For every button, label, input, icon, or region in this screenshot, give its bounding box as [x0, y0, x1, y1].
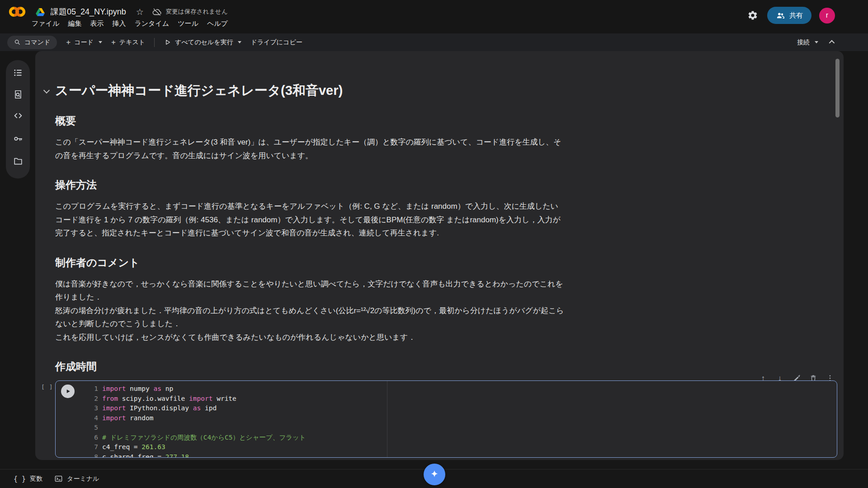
- spark-icon: [429, 469, 440, 480]
- menu-edit[interactable]: 編集: [68, 19, 81, 28]
- code-line: 3import IPython.display as ipd: [56, 404, 837, 413]
- add-code-label: コード: [74, 38, 94, 47]
- terminal-icon: [54, 474, 63, 483]
- file-title-row: 課題05_24_NY.ipynb ☆ 変更は保存されません: [8, 4, 228, 20]
- search-icon: [14, 39, 21, 46]
- colab-logo-icon[interactable]: [8, 6, 26, 18]
- toolbar-right: 接続: [797, 33, 833, 51]
- gear-icon: [747, 10, 758, 21]
- play-outline-icon: [164, 38, 171, 46]
- code-line: 2from scipy.io.wavfile import write: [56, 394, 837, 404]
- menu-insert[interactable]: 挿入: [112, 19, 126, 28]
- plus-icon: +: [111, 38, 116, 46]
- menu-view[interactable]: 表示: [90, 19, 104, 28]
- code-line: 5: [56, 423, 837, 433]
- toolbar-left: コマンド + コード + テキスト すべてのセルを実行 ドライブにコピー: [7, 33, 302, 51]
- connect-button[interactable]: 接続: [797, 38, 818, 47]
- notebook-toolbar: コマンド + コード + テキスト すべてのセルを実行 ドライブにコピー 接続: [0, 33, 868, 51]
- run-all-button[interactable]: すべてのセルを実行: [164, 38, 241, 47]
- header-actions: 共有 r: [746, 7, 835, 24]
- menu-help[interactable]: ヘルプ: [207, 19, 228, 28]
- google-drive-icon: [35, 7, 45, 17]
- heading-creation-time: 作成時間: [55, 360, 571, 373]
- chevron-down-icon: [815, 41, 818, 43]
- add-text-label: テキスト: [119, 38, 145, 47]
- code-line: 4import random: [56, 413, 837, 423]
- add-code-button[interactable]: + コード: [66, 38, 102, 47]
- avatar-letter: r: [826, 11, 828, 19]
- chevron-down-icon: [238, 41, 241, 43]
- chevron-down-icon: [99, 41, 102, 43]
- paragraph-author-comment: 僕は音楽が好きなので，せっかくなら音楽に関係することをやりたいと思い調べてたら，…: [55, 277, 571, 344]
- copy-to-drive-button[interactable]: ドライブにコピー: [250, 38, 302, 47]
- files-folder-icon[interactable]: [6, 155, 30, 168]
- add-text-button[interactable]: + テキスト: [111, 38, 145, 47]
- header: 課題05_24_NY.ipynb ☆ 変更は保存されません ファイル 編集 表示…: [0, 0, 868, 33]
- sidebar-icon-rail: [6, 60, 30, 178]
- terminal-label: ターミナル: [67, 475, 99, 483]
- menu-bar: ファイル 編集 表示 挿入 ランタイム ツール ヘルプ: [32, 19, 228, 28]
- menu-file[interactable]: ファイル: [32, 19, 59, 28]
- left-sidebar: [0, 51, 35, 460]
- heading-author-comment: 制作者のコメント: [55, 256, 571, 269]
- notebook-panel: スーパー神神コード進行ジェネレータ(3和音ver) 概要 この「スーパー神神コー…: [35, 51, 844, 460]
- code-cell: 1import numpy as np2from scipy.io.wavfil…: [55, 380, 837, 458]
- code-line: 1import numpy as np: [56, 384, 837, 394]
- paragraph-usage: このプログラムを実行すると、まずコード進行の基準となるキーをアルファベット（例:…: [55, 200, 565, 240]
- settings-button[interactable]: [746, 9, 760, 22]
- variables-label: 変数: [30, 475, 42, 483]
- share-button-label: 共有: [789, 11, 803, 20]
- comment-line: 怒涛の場合分けが疲れました．平均律の音の上がり方の式はとてもめんどくさい(公比r…: [55, 304, 565, 331]
- toolbar-divider: [154, 38, 155, 47]
- heading-overview: 概要: [55, 114, 571, 127]
- braces-icon: { }: [14, 475, 26, 483]
- menu-tools[interactable]: ツール: [178, 19, 198, 28]
- gemini-spark-button[interactable]: [424, 464, 445, 485]
- comment-line: 僕は音楽が好きなので，せっかくなら音楽に関係することをやりたいと思い調べてたら，…: [55, 277, 565, 304]
- plus-icon: +: [66, 38, 71, 46]
- collapse-header-button[interactable]: [829, 40, 835, 46]
- code-line: 6# ドレミファソラシドの周波数（C4からC5）とシャープ、フラット: [56, 433, 837, 443]
- command-palette-label: コマンド: [24, 38, 50, 47]
- heading-usage: 操作方法: [55, 178, 571, 191]
- code-snippets-icon[interactable]: [6, 109, 30, 122]
- connect-label: 接続: [797, 38, 810, 47]
- people-icon: [776, 11, 785, 20]
- run-all-label: すべてのセルを実行: [175, 38, 233, 47]
- find-replace-icon[interactable]: [6, 88, 30, 101]
- star-icon[interactable]: ☆: [136, 8, 144, 16]
- code-line: 8c_sharp4_freq = 277.18: [56, 452, 837, 458]
- vertical-scrollbar[interactable]: [835, 59, 840, 117]
- code-line: 7c4_freq = 261.63: [56, 442, 837, 452]
- secrets-key-icon[interactable]: [6, 132, 30, 145]
- save-status-text: 変更は保存されません: [166, 8, 228, 16]
- cell-execution-indicator[interactable]: [ ]: [41, 384, 53, 390]
- avatar[interactable]: r: [819, 8, 835, 23]
- variables-button[interactable]: { } 変数: [14, 475, 42, 483]
- notebook-filename[interactable]: 課題05_24_NY.ipynb: [51, 6, 126, 17]
- share-button[interactable]: 共有: [767, 7, 811, 24]
- cloud-off-icon: [152, 7, 162, 16]
- table-of-contents-icon[interactable]: [6, 66, 30, 80]
- copy-to-drive-label: ドライブにコピー: [250, 38, 302, 47]
- menu-runtime[interactable]: ランタイム: [134, 19, 169, 28]
- markdown-cell: スーパー神神コード進行ジェネレータ(3和音ver) 概要 この「スーパー神神コー…: [55, 51, 571, 395]
- code-lines[interactable]: 1import numpy as np2from scipy.io.wavfil…: [56, 384, 837, 458]
- paragraph-overview: この「スーパー神神コード進行ジェネレータ(3 和音 ver)」は、ユーザーが指定…: [55, 136, 565, 162]
- command-palette-button[interactable]: コマンド: [7, 36, 57, 49]
- terminal-button[interactable]: ターミナル: [54, 474, 99, 483]
- markdown-title: スーパー神神コード進行ジェネレータ(3和音ver): [55, 82, 571, 99]
- collapse-section-icon[interactable]: [43, 87, 50, 94]
- comment-line: これを応用していけば，センスがなくても作曲できるみたいなものが作れるんじゃないか…: [55, 331, 565, 344]
